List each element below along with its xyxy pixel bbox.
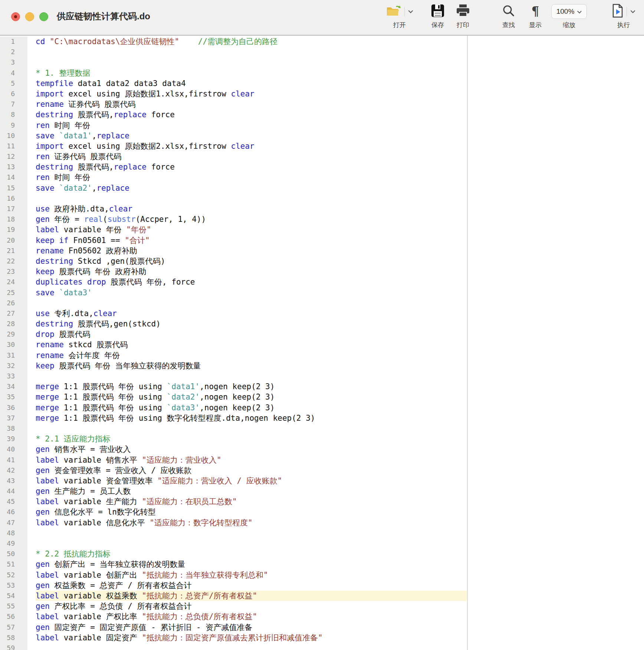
code-line[interactable]: 34merge 1:1 股票代码 年份 using `data1',nogen … — [0, 381, 644, 392]
code-line[interactable]: 22destring Stkcd ,gen(股票代码) — [0, 256, 644, 266]
code-editor[interactable]: 1cd "C:\macrodatas\企业供应链韧性" //需调整为自己的路径2… — [0, 36, 644, 650]
code-line[interactable]: 17use 政府补助.dta,clear — [0, 204, 644, 214]
line-number: 38 — [0, 423, 27, 434]
code-line[interactable]: 19label variable 年份 "年份" — [0, 224, 644, 235]
line-number: 58 — [0, 633, 27, 643]
code-line[interactable]: 47label variable 信息化水平 "适应能力：数字化转型程度" — [0, 518, 644, 528]
code-line[interactable]: 54label variable 权益乘数 "抵抗能力：总资产/所有者权益" — [0, 591, 644, 601]
code-line[interactable]: 25save `data3' — [0, 288, 644, 298]
code-line[interactable]: 44gen 生产能力 = 员工人数 — [0, 486, 644, 496]
search-icon — [502, 4, 515, 19]
code-text: merge 1:1 股票代码 年份 using `data3',nogen ke… — [36, 403, 467, 413]
code-line[interactable]: 10save `data1',replace — [0, 131, 644, 141]
code-line[interactable]: 4* 1. 整理数据 — [0, 68, 644, 78]
code-line[interactable]: 14ren 时间 年份 — [0, 172, 644, 183]
code-line[interactable]: 59 — [0, 643, 644, 650]
code-text: save `data2',replace — [36, 183, 467, 193]
code-line[interactable]: 2 — [0, 47, 644, 57]
code-line[interactable]: 9ren 时间 年份 — [0, 120, 644, 131]
line-number: 36 — [0, 403, 27, 413]
code-line[interactable]: 49 — [0, 538, 644, 549]
code-line[interactable]: 57gen 固定资产 = 固定资产原值 - 累计折旧 - 资产减值准备 — [0, 622, 644, 633]
open-menu-button[interactable] — [408, 8, 413, 15]
save-button[interactable]: 保存 — [427, 4, 448, 29]
find-button[interactable]: 查找 — [498, 4, 519, 29]
code-line[interactable]: 1cd "C:\macrodatas\企业供应链韧性" //需调整为自己的路径 — [0, 36, 644, 47]
code-line[interactable]: 38 — [0, 423, 644, 434]
code-line[interactable]: 33 — [0, 371, 644, 381]
code-line[interactable]: 31rename 会计年度 年份 — [0, 350, 644, 361]
line-number: 17 — [0, 204, 27, 214]
code-line[interactable]: 28destring 股票代码,gen(stkcd) — [0, 319, 644, 329]
code-line[interactable]: 18gen 年份 = real(substr(Accper, 1, 4)) — [0, 214, 644, 224]
code-line[interactable]: 16 — [0, 193, 644, 204]
code-line[interactable]: 32keep 股票代码 年份 当年独立获得的发明数量 — [0, 361, 644, 371]
zoom-window-button[interactable] — [39, 12, 48, 21]
code-text: destring 股票代码,gen(stkcd) — [36, 319, 467, 329]
zoom-select[interactable]: 100% — [551, 4, 587, 19]
code-line[interactable]: 58label variable 固定资产 "抵抗能力：固定资产原值减去累计折旧… — [0, 633, 644, 643]
code-line[interactable]: 45label variable 生产能力 "适应能力：在职员工总数" — [0, 496, 644, 507]
line-number: 21 — [0, 246, 27, 256]
code-line[interactable]: 35merge 1:1 股票代码 年份 using `data2',nogen … — [0, 392, 644, 402]
code-line[interactable]: 53gen 权益乘数 = 总资产 / 所有者权益合计 — [0, 580, 644, 591]
line-number: 39 — [0, 434, 27, 444]
code-line[interactable]: 6import excel using 原始数据1.xlsx,firstrow … — [0, 89, 644, 99]
code-line[interactable]: 51gen 创新产出 = 当年独立获得的发明数量 — [0, 559, 644, 569]
print-button[interactable]: 打印 — [453, 4, 473, 29]
code-line[interactable]: 56label variable 产权比率 "抵抗能力：总负债/所有者权益" — [0, 611, 644, 622]
line-number: 16 — [0, 193, 27, 204]
print-icon — [456, 4, 470, 19]
minimize-button[interactable] — [25, 12, 34, 21]
code-line[interactable]: 12ren 证券代码 股票代码 — [0, 151, 644, 162]
code-line[interactable]: 42gen 资金管理效率 = 营业收入 / 应收账款 — [0, 465, 644, 476]
line-number: 56 — [0, 611, 27, 622]
code-line[interactable]: 26 — [0, 298, 644, 308]
line-number: 23 — [0, 266, 27, 277]
code-line[interactable]: 27use 专利.dta,clear — [0, 308, 644, 319]
line-number: 48 — [0, 528, 27, 538]
code-line[interactable]: 43label variable 资金管理效率 "适应能力：营业收入 / 应收账… — [0, 476, 644, 486]
line-number: 10 — [0, 131, 27, 141]
do-file-editor-window: 供应链韧性计算代码.do — [0, 0, 644, 650]
code-text: rename stkcd 股票代码 — [36, 339, 467, 350]
code-line[interactable]: 46gen 信息化水平 = ln数字化转型 — [0, 507, 644, 517]
code-line[interactable]: 23keep 股票代码 年份 政府补助 — [0, 266, 644, 277]
line-number: 47 — [0, 518, 27, 528]
show-button[interactable]: ¶ 显示 — [525, 4, 546, 29]
code-text: * 2.1 适应能力指标 — [36, 434, 467, 444]
code-line[interactable]: 7rename 证券代码 股票代码 — [0, 99, 644, 109]
zoom-value: 100% — [556, 7, 575, 16]
line-number: 2 — [0, 47, 27, 57]
code-line[interactable]: 13destring 股票代码,replace force — [0, 162, 644, 172]
code-line[interactable]: 37merge 1:1 股票代码 年份 using 数字化转型程度.dta,no… — [0, 413, 644, 423]
code-line[interactable]: 8destring 股票代码,replace force — [0, 109, 644, 120]
code-line[interactable]: 55gen 产权比率 = 总负债 / 所有者权益合计 — [0, 601, 644, 611]
run-menu-button[interactable] — [630, 8, 635, 15]
code-line[interactable]: 15save `data2',replace — [0, 183, 644, 193]
close-button[interactable] — [11, 12, 20, 21]
code-line[interactable]: 5tempfile data1 data2 data3 data4 — [0, 78, 644, 89]
code-line[interactable]: 11import excel using 原始数据2.xlsx,firstrow… — [0, 141, 644, 151]
code-line[interactable]: 3 — [0, 57, 644, 68]
code-text — [36, 193, 467, 204]
code-line[interactable]: 29drop 股票代码 — [0, 329, 644, 339]
code-line[interactable]: 40gen 销售水平 = 营业收入 — [0, 444, 644, 454]
code-text: drop 股票代码 — [36, 329, 467, 339]
code-line[interactable]: 24duplicates drop 股票代码 年份, force — [0, 277, 644, 287]
code-line[interactable]: 36merge 1:1 股票代码 年份 using `data3',nogen … — [0, 403, 644, 413]
code-line[interactable]: 20keep if Fn05601 == "合计" — [0, 235, 644, 246]
open-button[interactable] — [386, 4, 401, 19]
code-line[interactable]: 39* 2.1 适应能力指标 — [0, 434, 644, 444]
code-line[interactable]: 41label variable 销售水平 "适应能力：营业收入" — [0, 455, 644, 465]
code-text: gen 资金管理效率 = 营业收入 / 应收账款 — [36, 465, 467, 476]
run-button[interactable] — [612, 4, 623, 19]
code-line[interactable]: 30rename stkcd 股票代码 — [0, 339, 644, 350]
code-line[interactable]: 50* 2.2 抵抗能力指标 — [0, 549, 644, 559]
code-line[interactable]: 21rename Fn05602 政府补助 — [0, 246, 644, 256]
code-line[interactable]: 48 — [0, 528, 644, 538]
code-text: cd "C:\macrodatas\企业供应链韧性" //需调整为自己的路径 — [36, 36, 467, 47]
code-text — [36, 528, 467, 538]
line-number: 19 — [0, 224, 27, 235]
code-line[interactable]: 52label variable 创新产出 "抵抗能力：当年独立获得专利总和" — [0, 570, 644, 580]
